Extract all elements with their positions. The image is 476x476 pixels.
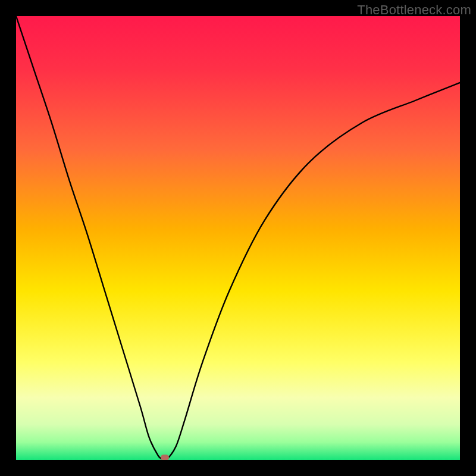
chart-svg xyxy=(16,16,460,460)
chart-frame: TheBottleneck.com xyxy=(0,0,476,476)
optimal-point-marker xyxy=(161,455,169,460)
gradient-background xyxy=(16,16,460,460)
watermark-text: TheBottleneck.com xyxy=(357,2,471,18)
plot-area xyxy=(16,16,460,460)
